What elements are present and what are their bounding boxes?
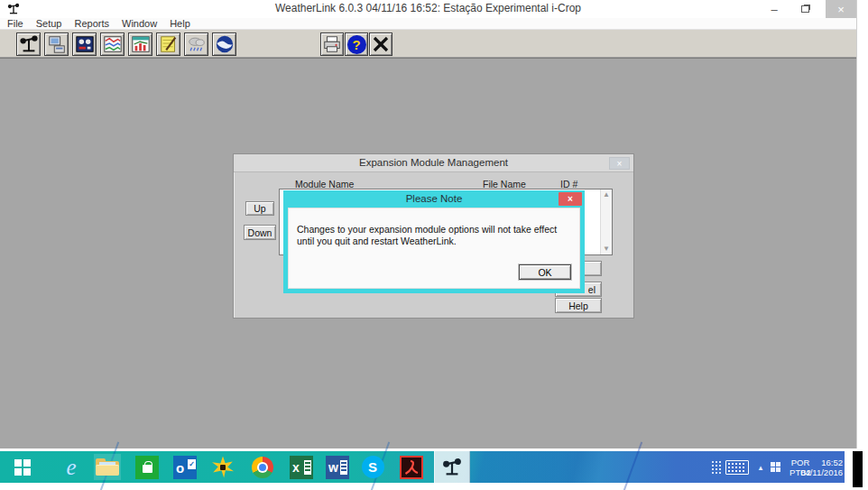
weather-station-button[interactable] bbox=[16, 32, 41, 56]
taskbar-windows-store[interactable] bbox=[134, 454, 161, 480]
tray-windows-icon[interactable] bbox=[767, 454, 783, 480]
taskbar-starburst-app[interactable] bbox=[209, 454, 236, 480]
menu-setup[interactable]: Setup bbox=[36, 18, 62, 29]
please-note-dialog: Please Note × Changes to your expansion … bbox=[283, 190, 585, 293]
taskbar-file-explorer[interactable] bbox=[94, 454, 121, 480]
up-button[interactable]: Up bbox=[245, 201, 274, 216]
down-button[interactable]: Down bbox=[244, 225, 276, 240]
scrollbar[interactable]: ▲ ▼ bbox=[600, 190, 612, 254]
rain-summary-button[interactable] bbox=[184, 32, 208, 56]
dialog-close-button[interactable]: × bbox=[609, 157, 630, 170]
scroll-up-icon[interactable]: ▲ bbox=[601, 190, 612, 200]
word-icon: w bbox=[326, 456, 349, 479]
wallpaper-streak bbox=[623, 441, 642, 490]
help-button[interactable]: ? bbox=[345, 32, 368, 56]
taskbar-excel[interactable]: x bbox=[288, 454, 315, 480]
menu-window[interactable]: Window bbox=[122, 18, 157, 29]
start-button[interactable] bbox=[9, 454, 36, 480]
alert-body: Changes to your expansion module options… bbox=[288, 208, 580, 289]
notes-button[interactable] bbox=[156, 32, 180, 56]
windows-logo-icon bbox=[14, 459, 31, 476]
dialog-help-button[interactable]: Help bbox=[555, 298, 602, 313]
chevron-up-icon: ▴ bbox=[759, 463, 763, 472]
close-window-button[interactable]: × bbox=[826, 0, 856, 18]
ok-button[interactable]: OK bbox=[519, 264, 571, 280]
tray-date: 04/11/2016 bbox=[800, 467, 843, 477]
restore-button[interactable] bbox=[793, 0, 817, 18]
flag-icon bbox=[771, 462, 780, 472]
alert-close-button[interactable]: × bbox=[559, 192, 582, 206]
alert-title: Please Note bbox=[283, 190, 585, 208]
tray-time: 16:52 bbox=[821, 458, 843, 467]
close-tool-button[interactable] bbox=[369, 32, 392, 56]
taskbar-acrobat[interactable] bbox=[398, 454, 425, 480]
weatherlink-icon bbox=[442, 458, 462, 477]
ie-icon: e bbox=[66, 455, 76, 480]
download-button[interactable] bbox=[44, 32, 69, 56]
excel-icon: x bbox=[290, 456, 313, 479]
menu-reports[interactable]: Reports bbox=[74, 18, 109, 29]
alert-message: Changes to your expansion module options… bbox=[297, 224, 573, 247]
bulletin-button[interactable] bbox=[72, 32, 97, 56]
taskbar: e o ✓ x w S ▴ POR PTB2 bbox=[0, 451, 845, 483]
taskbar-internet-explorer[interactable]: e bbox=[58, 454, 85, 480]
show-hidden-icons-button[interactable]: ▴ bbox=[754, 454, 767, 480]
strip-charts-button[interactable] bbox=[100, 32, 125, 56]
weatherlink-window: WeatherLink 6.0.3 04/11/16 16:52: Estaçã… bbox=[0, 0, 857, 448]
print-button[interactable] bbox=[320, 32, 344, 56]
dialog-title: Expansion Module Management bbox=[234, 157, 633, 168]
window-title: WeatherLink 6.0.3 04/11/16 16:52: Estaçã… bbox=[0, 2, 856, 14]
taskbar-word[interactable]: w bbox=[324, 454, 351, 480]
taskbar-outlook[interactable]: o ✓ bbox=[171, 454, 199, 480]
grid-dots-pattern bbox=[709, 454, 722, 480]
screen-edge-black-bar bbox=[853, 451, 863, 487]
folder-icon bbox=[96, 458, 119, 476]
plot-button[interactable] bbox=[128, 32, 152, 56]
clock[interactable]: 16:52 04/11/2016 bbox=[794, 454, 843, 480]
touch-keyboard-button[interactable] bbox=[724, 454, 751, 480]
taskbar-weatherlink-active[interactable] bbox=[434, 451, 470, 483]
noaa-summary-button[interactable] bbox=[212, 32, 236, 56]
toolbar: ? bbox=[0, 30, 856, 58]
menu-help[interactable]: Help bbox=[170, 18, 190, 29]
titlebar: WeatherLink 6.0.3 04/11/16 16:52: Estaçã… bbox=[0, 0, 856, 18]
starburst-icon bbox=[212, 457, 234, 478]
menu-file[interactable]: File bbox=[7, 18, 23, 29]
keyboard-icon bbox=[725, 460, 749, 475]
scroll-down-icon[interactable]: ▼ bbox=[601, 244, 612, 254]
menubar: File Setup Reports Window Help bbox=[0, 18, 856, 30]
outlook-icon: o ✓ bbox=[173, 456, 197, 479]
restore-icon bbox=[801, 5, 809, 13]
help-icon: ? bbox=[347, 35, 366, 54]
store-icon bbox=[135, 456, 159, 479]
dialog-titlebar[interactable]: Expansion Module Management × bbox=[234, 154, 633, 172]
skype-icon: S bbox=[362, 456, 384, 478]
taskbar-chrome[interactable] bbox=[249, 454, 276, 480]
acrobat-icon bbox=[400, 456, 423, 479]
taskbar-skype[interactable]: S bbox=[359, 454, 386, 480]
chrome-icon bbox=[252, 457, 273, 478]
minimize-button[interactable]: – bbox=[762, 0, 786, 18]
close-x-icon bbox=[372, 35, 390, 53]
